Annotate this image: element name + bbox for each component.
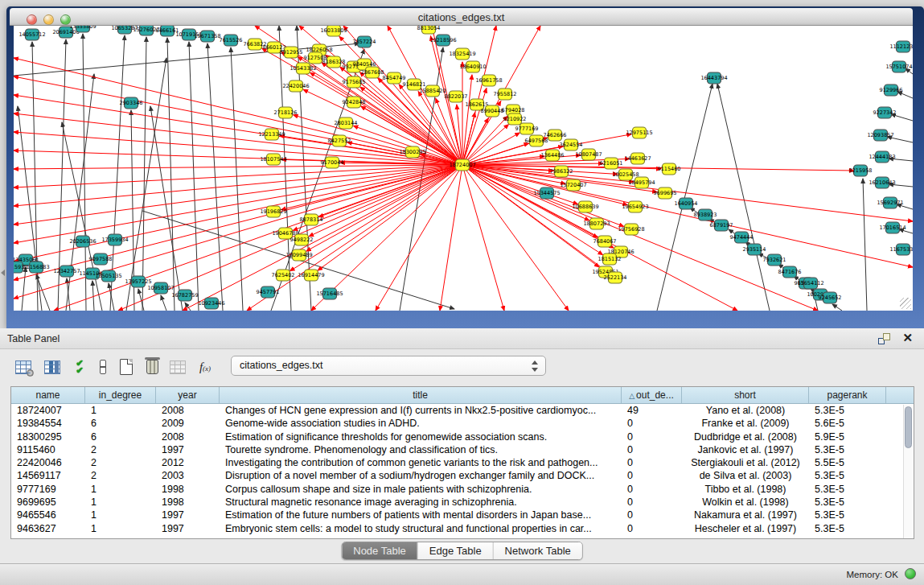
cell-short[interactable]: de Silva et al. (2003) (682, 469, 809, 482)
table-mode-icon[interactable] (13, 356, 34, 377)
row-mode-icon[interactable] (92, 356, 113, 377)
cell-name[interactable]: 14569117 (11, 469, 85, 482)
cell-out_de[interactable]: 0 (622, 483, 682, 496)
graph-node[interactable]: 1815132 (598, 253, 622, 265)
table-row[interactable]: 977716911998Corpus callosum shape and si… (11, 483, 914, 496)
graph-node[interactable]: 12213349 (258, 129, 285, 140)
cell-year[interactable]: 2012 (156, 456, 220, 469)
graph-node[interactable]: 14055712 (18, 29, 45, 40)
citation-edge-black[interactable] (832, 304, 842, 311)
cell-out_de[interactable]: 0 (622, 443, 682, 456)
cell-name[interactable]: 9463627 (11, 522, 85, 535)
citation-edge-red[interactable] (462, 165, 504, 311)
cell-pagerank[interactable]: 5.3E-5 (809, 509, 886, 521)
cell-out_de[interactable]: 0 (622, 496, 682, 509)
cell-year[interactable]: 2009 (156, 417, 220, 430)
table-row[interactable]: 911546021997Tourette syndrome. Phenomeno… (11, 443, 914, 456)
cell-pagerank[interactable]: 5.3E-5 (809, 404, 886, 417)
cell-in_degree[interactable]: 6 (85, 431, 156, 443)
cell-name[interactable]: 9777169 (11, 483, 85, 496)
cell-title[interactable]: Corpus callosum shape and size in male p… (220, 483, 622, 496)
panel-collapse-arrow[interactable] (1, 270, 5, 276)
column-header-year[interactable]: year (156, 387, 220, 403)
graph-node[interactable]: 2803144 (335, 117, 358, 129)
cell-pagerank[interactable]: 5.3E-5 (809, 483, 886, 496)
graph-node[interactable]: 9245652 (819, 292, 842, 303)
graph-node[interactable]: 8912955 (280, 47, 303, 58)
cell-year[interactable]: 1997 (156, 509, 220, 521)
graph-node[interactable]: 16782759 (171, 290, 198, 301)
graph-node[interactable]: 9115460 (658, 163, 681, 175)
graph-node[interactable]: 10688639 (572, 201, 598, 212)
tab-node-table[interactable]: Node Table (342, 542, 418, 559)
citation-graph[interactable]: 1405571220691406133558091065328715276027… (14, 26, 913, 311)
cell-short[interactable]: Jankovic et al. (1997) (682, 443, 809, 456)
citation-edge-red[interactable] (462, 165, 609, 273)
graph-node[interactable]: 1640954 (675, 198, 698, 209)
citation-edge-black[interactable] (150, 106, 183, 311)
graph-node[interactable]: 19671358 (194, 31, 220, 42)
graph-node[interactable]: 8938923 (694, 209, 717, 220)
cell-year[interactable]: 1997 (156, 522, 220, 535)
cell-short[interactable]: Wolkin et al. (1998) (682, 496, 809, 509)
graph-node[interactable]: 10543382 (290, 63, 316, 74)
graph-node[interactable]: 15885420 (419, 85, 446, 97)
cell-out_de[interactable]: 0 (622, 417, 682, 430)
delete-column-icon[interactable] (142, 356, 162, 377)
cell-name[interactable]: 9699695 (11, 496, 85, 509)
citation-edge-red[interactable] (14, 165, 462, 225)
cell-pagerank[interactable]: 5.3E-5 (809, 443, 886, 456)
column-header-in_degree[interactable]: in_degree (85, 387, 156, 403)
graph-node[interactable]: 3624554 (560, 139, 583, 150)
select-all-checks-icon[interactable]: ✔✔ (69, 356, 90, 377)
graph-node[interactable]: 12444183 (869, 151, 895, 163)
cell-name[interactable]: 19384554 (11, 417, 85, 430)
cell-in_degree[interactable]: 1 (85, 483, 156, 496)
float-panel-icon[interactable] (878, 333, 890, 344)
graph-node[interactable]: 15692971 (877, 197, 903, 208)
network-canvas[interactable]: 1405571220691406133558091065328715276027… (14, 26, 913, 311)
table-row[interactable]: 1938455462009Genome-wide association stu… (11, 417, 914, 430)
citation-edge-black[interactable] (22, 267, 26, 311)
cell-pagerank[interactable]: 5.3E-5 (809, 522, 886, 535)
table-row[interactable]: 1456911722003Disruption of a novel membe… (11, 469, 914, 482)
column-header-short[interactable]: short (682, 387, 809, 403)
graph-node[interactable]: 7684067 (593, 236, 617, 247)
cell-short[interactable]: Hescheler et al. (1997) (682, 522, 809, 535)
cell-name[interactable]: 18300295 (11, 431, 85, 443)
cell-name[interactable]: 22420046 (11, 456, 85, 469)
cell-in_degree[interactable]: 1 (85, 509, 156, 521)
citation-edge-black[interactable] (717, 84, 770, 311)
tab-edge-table[interactable]: Edge Table (418, 542, 494, 559)
cell-year[interactable]: 1998 (156, 496, 220, 509)
cell-year[interactable]: 2003 (156, 469, 220, 482)
citation-edge-red[interactable] (462, 165, 913, 267)
cell-pagerank[interactable]: 5.6E-5 (809, 417, 886, 430)
network-window-titlebar[interactable]: citations_edges.txt (10, 8, 913, 26)
graph-node[interactable]: 11156883 (23, 262, 49, 273)
graph-node[interactable]: 7857224 (353, 36, 376, 47)
cell-in_degree[interactable]: 6 (85, 417, 156, 430)
graph-node[interactable]: 17016514 (879, 222, 906, 233)
graph-node[interactable]: 9777169 (515, 123, 539, 134)
citation-edge-red[interactable] (462, 165, 913, 221)
graph-node[interactable]: 11675334 (889, 244, 913, 255)
graph-node[interactable]: 16443794 (700, 72, 727, 84)
graph-node[interactable]: 7625402 (272, 270, 295, 281)
resize-grip[interactable] (900, 298, 911, 309)
cell-in_degree[interactable]: 2 (85, 456, 156, 469)
graph-node[interactable]: 12093857 (867, 130, 893, 141)
table-row[interactable]: 1872400712008Changes of HCN gene express… (11, 404, 914, 417)
tab-network-table[interactable]: Network Table (494, 542, 582, 559)
graph-node[interactable]: 18640910 (459, 61, 486, 72)
cell-out_de[interactable]: 49 (622, 404, 682, 417)
cell-in_degree[interactable]: 1 (85, 522, 156, 535)
cell-out_de[interactable]: 0 (622, 522, 682, 535)
graph-node[interactable]: 9129966 (880, 84, 903, 96)
citation-edge-black[interactable] (142, 37, 146, 311)
table-select-dropdown[interactable]: citations_edges.txt (231, 356, 546, 376)
cell-title[interactable]: Estimation of significance thresholds fo… (220, 431, 622, 443)
cell-out_de[interactable]: 0 (622, 456, 682, 469)
cell-short[interactable]: Nakamura et al. (1997) (682, 509, 809, 521)
graph-node[interactable]: 16210643 (869, 177, 895, 188)
